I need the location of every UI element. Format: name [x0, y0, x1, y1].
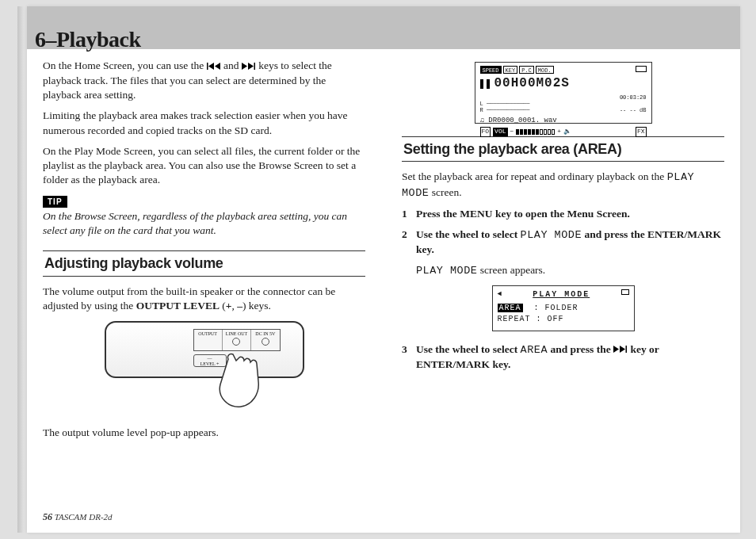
section-heading-volume: Adjusting playback volume — [43, 250, 365, 276]
step-3: 3 Use the wheel to select AREA and press… — [402, 342, 724, 372]
svg-rect-0 — [207, 63, 208, 70]
intro-paragraph-1: On the Home Screen, you can use the and … — [43, 59, 365, 102]
svg-marker-3 — [242, 63, 247, 70]
manual-page: 6–Playback On the Home Screen, you can u… — [27, 6, 740, 533]
lcd-repeat-line: REPEAT : OFF — [498, 314, 629, 325]
battery-icon — [621, 289, 629, 295]
intro-paragraph-3: On the Play Mode Screen, you can select … — [43, 144, 365, 188]
svg-rect-5 — [254, 63, 255, 70]
lcd-area-value: : FOLDER — [534, 304, 578, 312]
instruction-steps: 1 Press the MENU key to open the Menu Sc… — [402, 207, 724, 372]
lcd-filename: DR0000_0001. wav — [488, 117, 556, 124]
tip-label: TIP — [43, 196, 67, 208]
lcd-tab-key: KEY — [503, 66, 518, 74]
volume-paragraph: The volume output from the built-in spea… — [43, 285, 365, 313]
svg-marker-6 — [613, 346, 619, 353]
content-columns: On the Home Screen, you can use the and … — [27, 49, 740, 446]
right-column: SPEED KEY P.C MOD. 00H00M02S 00:03:20 L … — [402, 59, 724, 446]
section-heading-area: Setting the playback area (AREA) — [402, 136, 724, 162]
page-footer: 56 TASCAM DR-2d — [43, 511, 113, 523]
panel-lineout-label: LINE OUT — [223, 331, 250, 337]
speaker-icon: 🔈 — [563, 128, 571, 136]
lcd-tab-pc: P.C — [519, 66, 534, 74]
dc-in-jack-icon — [262, 338, 269, 346]
pause-icon — [480, 79, 490, 89]
page-number: 56 — [43, 511, 52, 522]
header-bar: 6–Playback — [27, 6, 740, 49]
svg-marker-4 — [248, 63, 254, 70]
svg-marker-1 — [208, 63, 214, 70]
product-model: TASCAM DR-2d — [55, 512, 113, 522]
intro-paragraph-2: Limiting the playback area makes track s… — [43, 109, 365, 137]
battery-icon — [636, 66, 647, 72]
lcd-tab-mod: MOD. — [536, 66, 554, 74]
svg-rect-8 — [626, 346, 628, 353]
panel-dcin-label: DC IN 5V — [251, 331, 279, 337]
lcd-playmode-screenshot: ◄PLAY MODE AREA : FOLDER REPEAT : OFF — [492, 285, 635, 331]
volume-meter-icon — [516, 129, 555, 135]
rewind-icon — [207, 59, 221, 74]
lcd-tab-speed: SPEED — [480, 66, 502, 74]
page-title: 6–Playback — [35, 27, 140, 52]
lcd-playmode-title: PLAY MODE — [502, 289, 621, 300]
step-2-result: PLAY MODE screen appears. — [416, 263, 724, 278]
lcd-area-label: AREA — [498, 304, 523, 312]
enter-mark-key-label: ENTER/MARK — [416, 358, 490, 370]
step-1: 1 Press the MENU key to open the Menu Sc… — [402, 207, 724, 221]
lcd-elapsed-time: 00H00M02S — [494, 75, 570, 93]
svg-marker-7 — [620, 346, 625, 353]
svg-marker-2 — [215, 63, 220, 70]
tip-text: On the Browse Screen, regardless of the … — [43, 209, 365, 238]
output-level-key-label: OUTPUT LEVEL — [136, 300, 220, 312]
left-column: On the Home Screen, you can use the and … — [43, 59, 365, 446]
tip-box: TIP On the Browse Screen, regardless of … — [43, 194, 365, 239]
lcd-remaining-time: 00:03:20 — [480, 94, 647, 101]
fast-forward-icon — [242, 59, 256, 74]
line-out-jack-icon — [232, 338, 240, 346]
volume-popup-paragraph: The output volume level pop-up appears. — [43, 426, 365, 440]
lcd-home-screenshot: SPEED KEY P.C MOD. 00H00M02S 00:03:20 L … — [475, 62, 652, 124]
device-illustration: OUTPUT LINE OUT DC IN 5V — LEVEL + — [101, 321, 307, 416]
hand-pointer-icon — [212, 350, 292, 413]
enter-mark-key-label: ENTER/MARK — [647, 228, 721, 240]
panel-output-label: OUTPUT — [194, 330, 223, 350]
menu-key-label: MENU — [460, 208, 492, 220]
fast-forward-icon — [613, 342, 628, 357]
area-paragraph: Set the playback area for repeat and ord… — [402, 170, 724, 200]
step-2: 2 Use the wheel to select PLAY MODE and … — [402, 227, 724, 257]
